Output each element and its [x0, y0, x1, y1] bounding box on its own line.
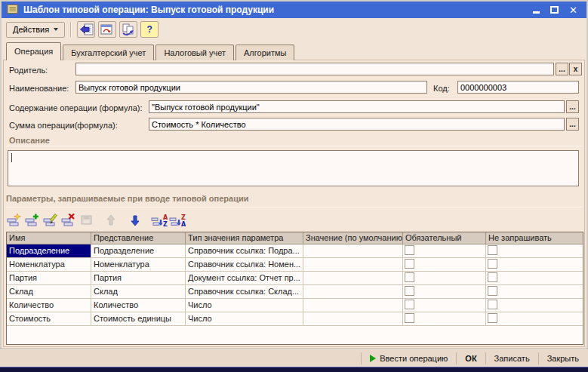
no-prompt-checkbox[interactable] [488, 245, 497, 255]
param-default-cell[interactable] [303, 312, 403, 326]
table-row[interactable]: КоличествоКоличествоЧисло [7, 299, 583, 312]
column-header-view[interactable]: Представление [91, 232, 186, 244]
no-prompt-checkbox-cell [486, 285, 583, 299]
maximize-icon[interactable] [550, 6, 559, 14]
no-prompt-checkbox[interactable] [488, 286, 497, 296]
template-document-icon [7, 4, 19, 16]
param-name-cell[interactable]: Номенклатура [7, 258, 91, 272]
column-header-no-prompt[interactable]: Не запрашивать [486, 232, 583, 244]
param-type-cell[interactable]: Число [186, 312, 303, 326]
amount-formula-picker-button[interactable]: ... [566, 118, 579, 131]
param-name-cell[interactable]: Партия [7, 272, 91, 285]
table-row[interactable]: СтоимостьСтоимость единицыЧисло [7, 312, 583, 326]
no-prompt-checkbox[interactable] [488, 313, 497, 323]
param-name-cell[interactable]: Подразделение [7, 244, 91, 258]
parent-label: Родитель: [9, 66, 48, 75]
param-name-cell[interactable]: Склад [7, 285, 91, 299]
close-icon[interactable]: ✕ [569, 5, 577, 15]
sort-desc-icon[interactable]: ZA [169, 213, 186, 228]
content-formula-picker-button[interactable]: ... [566, 100, 579, 113]
required-checkbox[interactable] [405, 313, 414, 323]
help-icon: ? [147, 24, 152, 35]
play-icon [370, 355, 376, 362]
param-type-cell[interactable]: Справочник ссылка: Подра... [186, 244, 303, 258]
no-prompt-checkbox[interactable] [488, 259, 497, 269]
edit-row-icon[interactable] [42, 213, 59, 228]
column-header-default[interactable]: Значение (по умолчанию) [303, 232, 403, 244]
table-row[interactable]: ПодразделениеПодразделениеСправочник ссы… [7, 244, 583, 258]
content-formula-input[interactable] [149, 100, 565, 113]
window-frame [0, 0, 2, 367]
close-button[interactable]: Закрыть [544, 354, 582, 363]
param-type-cell[interactable]: Документ ссылка: Отчет пр... [186, 272, 303, 285]
chevron-down-icon [54, 28, 58, 31]
param-default-cell[interactable] [303, 244, 403, 258]
move-down-icon[interactable] [127, 213, 143, 228]
param-name-cell[interactable]: Количество [7, 299, 91, 312]
required-checkbox[interactable] [405, 272, 414, 282]
param-type-cell[interactable]: Число [186, 299, 303, 312]
param-default-cell[interactable] [303, 299, 403, 312]
copy-document-button[interactable] [119, 21, 137, 38]
code-input[interactable] [457, 81, 579, 94]
tab-operation[interactable]: Операция [6, 42, 61, 60]
name-input[interactable] [75, 81, 427, 94]
save-button[interactable]: Записать [491, 354, 533, 363]
column-header-required[interactable]: Обязательный [403, 232, 486, 244]
param-view-cell[interactable]: Склад [91, 285, 186, 299]
parent-input[interactable] [75, 63, 554, 75]
enter-operation-label: Ввести операцию [380, 354, 448, 363]
navigate-back-button[interactable] [77, 21, 95, 38]
no-prompt-checkbox[interactable] [488, 272, 497, 282]
required-checkbox[interactable] [405, 245, 414, 255]
description-textarea[interactable] [8, 150, 579, 186]
param-view-cell[interactable]: Количество [91, 299, 186, 312]
param-view-cell[interactable]: Партия [91, 272, 186, 285]
param-type-cell[interactable]: Справочник ссылка: Склад... [186, 285, 303, 299]
name-label: Наименование: [9, 84, 69, 93]
refresh-form-button[interactable] [98, 21, 116, 38]
operation-template-window: Шаблон типовой операции: Выпуск готовой … [0, 0, 588, 372]
bottom-window-edge [0, 367, 588, 372]
required-checkbox[interactable] [405, 286, 414, 296]
tab-accounting[interactable]: Бухгалтерский учет [63, 45, 154, 60]
column-header-name[interactable]: Имя [7, 232, 91, 244]
delete-row-icon[interactable] [60, 213, 77, 228]
required-checkbox[interactable] [405, 259, 414, 269]
param-default-cell[interactable] [303, 285, 403, 299]
ok-button[interactable]: ОК [462, 354, 479, 363]
actions-menu-button[interactable]: Действия [6, 22, 65, 38]
param-view-cell[interactable]: Номенклатура [91, 258, 186, 272]
param-name-cell[interactable]: Стоимость [7, 312, 91, 326]
no-prompt-checkbox[interactable] [488, 300, 497, 309]
main-toolbar: Действия [2, 18, 586, 41]
refresh-form-icon [100, 23, 114, 35]
table-row[interactable]: НоменклатураНоменклатураСправочник ссылк… [7, 258, 583, 272]
help-button[interactable]: ? [140, 21, 159, 38]
toolbar-separator [70, 22, 72, 37]
param-default-cell[interactable] [303, 272, 403, 285]
table-row[interactable]: ПартияПартияДокумент ссылка: Отчет пр... [7, 272, 583, 285]
parent-picker-button[interactable]: ... [556, 63, 568, 75]
tab-algorithms[interactable]: Алгоритмы [236, 45, 294, 60]
param-default-cell[interactable] [303, 258, 403, 272]
code-label: Код: [433, 84, 450, 93]
required-checkbox[interactable] [405, 300, 414, 309]
param-view-cell[interactable]: Стоимость единицы [91, 312, 186, 326]
tab-tax[interactable]: Налоговый учет [155, 45, 234, 60]
enter-operation-button[interactable]: Ввести операцию [367, 354, 451, 363]
sort-asc-icon[interactable]: AZ [151, 213, 168, 228]
required-checkbox-cell [403, 272, 486, 285]
parameters-toolbar: AZ ZA [6, 212, 186, 229]
minimize-icon[interactable] [533, 11, 540, 14]
table-row[interactable]: СкладСкладСправочник ссылка: Склад... [7, 285, 583, 299]
titlebar[interactable]: Шаблон типовой операции: Выпуск готовой … [2, 2, 586, 18]
copy-row-icon[interactable] [24, 213, 41, 228]
param-type-cell[interactable]: Справочник ссылка: Номен... [186, 258, 303, 272]
parent-clear-button[interactable]: x [569, 63, 582, 75]
param-view-cell[interactable]: Подразделение [91, 244, 186, 258]
column-header-type[interactable]: Тип значения параметра [186, 232, 303, 244]
parameters-section-line [6, 207, 582, 208]
amount-formula-input[interactable] [149, 118, 565, 131]
add-row-icon[interactable] [6, 213, 23, 228]
